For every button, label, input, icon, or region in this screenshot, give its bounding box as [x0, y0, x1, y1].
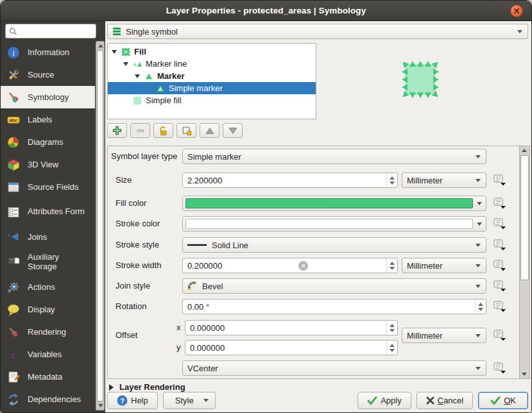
- sidebar-item-rendering[interactable]: Rendering: [1, 321, 95, 343]
- tree-item-marker[interactable]: Marker: [108, 70, 316, 82]
- spinner-arrows[interactable]: [386, 173, 397, 187]
- layer-rendering-expander[interactable]: Layer Rendering: [109, 382, 185, 392]
- sidebar-item-source[interactable]: Source: [1, 63, 95, 86]
- tree-item-simple-marker[interactable]: Simple marker: [108, 82, 316, 94]
- sidebar-item-attributes-form[interactable]: Attributes Form: [1, 198, 95, 226]
- rendering-brush-icon: [6, 325, 21, 339]
- duplicate-symbol-layer-button[interactable]: [176, 123, 196, 138]
- lock-color-button[interactable]: [153, 123, 173, 138]
- stroke-width-value: 0.200000: [187, 261, 222, 271]
- sidebar-item-actions[interactable]: Actions: [1, 276, 95, 298]
- rotation-input[interactable]: 0.00 °: [182, 299, 486, 314]
- rotation-override-button[interactable]: [492, 299, 508, 314]
- sidebar-scrollbar-thumb[interactable]: [97, 50, 103, 401]
- size-unit-value: Millimeter: [407, 176, 443, 185]
- stroke-style-override-button[interactable]: [492, 237, 508, 253]
- sidebar-item-display[interactable]: Display: [1, 298, 95, 321]
- tree-item-fill[interactable]: Fill: [108, 46, 316, 58]
- expander-icon[interactable]: [123, 62, 128, 66]
- dependencies-icon: [6, 392, 21, 407]
- single-symbol-icon: [112, 26, 121, 37]
- scroll-up-icon[interactable]: [98, 44, 103, 47]
- remove-symbol-layer-button[interactable]: [130, 123, 150, 138]
- apply-button[interactable]: Apply: [357, 392, 411, 409]
- tree-item-marker-line[interactable]: Marker line: [108, 58, 316, 70]
- renderer-select[interactable]: Single symbol: [107, 24, 528, 39]
- sidebar-item-symbology[interactable]: Symbology: [1, 86, 95, 108]
- sidebar-item-joins[interactable]: Joins: [1, 226, 95, 248]
- offset-unit-value: Millimeter: [407, 331, 443, 341]
- solid-line-icon: [187, 244, 207, 246]
- stroke-color-swatch: [185, 219, 473, 229]
- vertical-anchor-select[interactable]: VCenter: [182, 360, 486, 376]
- search-input[interactable]: [17, 26, 92, 37]
- stroke-style-select[interactable]: Solid Line: [182, 237, 486, 253]
- source-tools-icon: [6, 68, 21, 82]
- size-override-button[interactable]: [492, 173, 508, 188]
- sidebar-item-diagrams[interactable]: Diagrams: [1, 131, 95, 153]
- join-style-override-button[interactable]: [492, 278, 508, 294]
- simple-fill-icon: [132, 96, 142, 106]
- offset-y-input[interactable]: 0.000000: [185, 340, 398, 355]
- cancel-button[interactable]: Cancel: [416, 392, 473, 409]
- sidebar-item-variables[interactable]: ε Variables: [1, 343, 95, 366]
- offset-override-button[interactable]: [492, 328, 508, 343]
- join-style-select[interactable]: Bevel: [182, 278, 486, 294]
- search-box[interactable]: [5, 24, 96, 38]
- move-down-button[interactable]: [223, 123, 243, 138]
- scroll-down-icon[interactable]: [98, 404, 103, 407]
- add-symbol-layer-button[interactable]: [107, 123, 127, 138]
- stroke-color-button[interactable]: [182, 216, 486, 232]
- spinner-arrows[interactable]: [475, 299, 486, 314]
- fill-color-override-button[interactable]: [492, 196, 508, 211]
- size-unit-select[interactable]: Millimeter: [402, 173, 486, 188]
- symbol-layer-toolbar: [107, 123, 243, 138]
- scroll-up-icon[interactable]: [522, 149, 527, 152]
- spinner-arrows[interactable]: [386, 258, 397, 273]
- expander-icon[interactable]: [135, 74, 140, 78]
- style-button[interactable]: Style: [163, 392, 216, 409]
- minus-icon: [136, 126, 145, 135]
- scroll-down-icon[interactable]: [522, 373, 527, 376]
- sidebar-item-dependencies[interactable]: Dependencies: [1, 388, 95, 410]
- ok-button[interactable]: OK: [478, 392, 528, 409]
- svg-text:?: ?: [120, 397, 124, 405]
- close-button[interactable]: [510, 4, 523, 17]
- sidebar-item-source-fields[interactable]: Source Fields: [1, 176, 95, 198]
- sidebar-scrollbar[interactable]: [96, 41, 105, 410]
- sidebar-item-label: Diagrams: [28, 137, 64, 147]
- sidebar-item-information[interactable]: i Information: [1, 41, 95, 63]
- clear-value-icon[interactable]: ✕: [298, 261, 308, 271]
- anchor-override-button[interactable]: [492, 360, 508, 376]
- spinner-arrows[interactable]: [386, 341, 397, 355]
- arrow-down-icon: [228, 127, 237, 135]
- stroke-width-input[interactable]: 0.200000 ✕: [182, 258, 398, 273]
- offset-x-input[interactable]: 0.000000: [185, 320, 398, 335]
- svg-text:i: i: [12, 48, 15, 58]
- form-scrollbar[interactable]: [519, 146, 529, 378]
- window-title: Layer Properties - protected_areas | Sym…: [166, 6, 366, 15]
- size-label: Size: [116, 173, 132, 188]
- stroke-color-override-button[interactable]: [492, 216, 508, 232]
- stroke-width-override-button[interactable]: [492, 258, 508, 273]
- stroke-width-unit-select[interactable]: Millimeter: [402, 258, 486, 273]
- sidebar-item-labels[interactable]: abc Labels: [1, 108, 95, 131]
- cube-3d-icon: [6, 158, 21, 172]
- sidebar-item-metadata[interactable]: Metadata: [1, 366, 95, 388]
- move-up-button[interactable]: [200, 123, 219, 138]
- symbol-layer-type-select[interactable]: Simple marker: [182, 149, 486, 164]
- size-input[interactable]: 2.200000: [182, 173, 398, 188]
- help-button[interactable]: ? Help: [107, 392, 158, 409]
- chevron-down-icon: [476, 334, 481, 337]
- fill-color-button[interactable]: [182, 196, 486, 211]
- sidebar-item-3d-view[interactable]: 3D View: [1, 153, 95, 176]
- sidebar-item-auxiliary-storage[interactable]: Auxiliary Storage: [1, 248, 95, 276]
- dialog-footer: ? Help Style Apply: [107, 392, 528, 409]
- titlebar[interactable]: Layer Properties - protected_areas | Sym…: [1, 1, 531, 21]
- tree-item-simple-fill[interactable]: Simple fill: [108, 94, 316, 106]
- chevron-down-icon: [476, 264, 481, 267]
- expander-icon[interactable]: [112, 50, 117, 54]
- spinner-arrows[interactable]: [386, 321, 397, 335]
- form-scrollbar-thumb[interactable]: [520, 155, 529, 280]
- offset-unit-select[interactable]: Millimeter: [402, 328, 486, 343]
